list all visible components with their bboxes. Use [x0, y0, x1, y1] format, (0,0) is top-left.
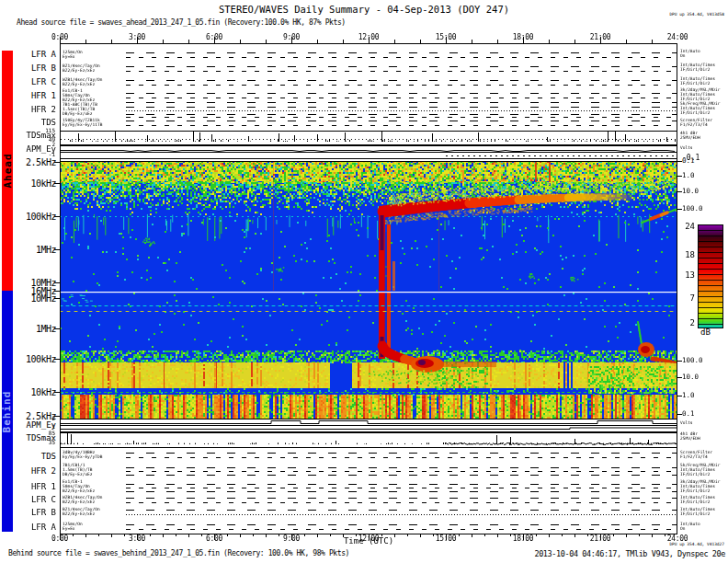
row-annotation-right: Volts — [680, 145, 693, 150]
time-label-bottom: 3:00 — [119, 535, 155, 543]
right-scale-tick — [677, 414, 682, 415]
row-annotation-left: 3dBv/4y/10BHz Ey/Ey/Ex-Ey/yTDB — [63, 450, 102, 459]
right-scale-label-behind: 1.0 — [682, 392, 695, 399]
row-annotation-left: BZ1/4sec/Tay/On BZ2/Ey-Ez/xEz — [63, 63, 100, 73]
row-annotation-left: BZ1/4sec/Tay/On BZ2/Ey-Ez/xEz — [63, 507, 100, 516]
row-label-hfr-2-b: HFR 2 — [0, 467, 56, 476]
freq-tick — [54, 216, 60, 217]
colorbar-unit-label: dB — [700, 328, 711, 337]
row-annotation-left: WZB1/4sec/Tay/On BZ2/Ey-Ez/xEz — [63, 495, 102, 504]
right-scale-label-ahead: 10.0 — [682, 188, 699, 195]
time-label-top: 3:00 — [119, 34, 155, 41]
time-label-top: 0:00 — [41, 34, 78, 41]
row-annotation-right: Int/Auto On — [680, 49, 700, 58]
row-annotation-right: Int/Auto/Times IF/Dir1/Dir2 — [680, 76, 715, 86]
freq-tick — [54, 249, 60, 250]
row-label-tds-b: TDS — [0, 453, 56, 461]
generation-status: 2013-10-04 04:46:17, TMlib V943, Dynspec… — [418, 550, 725, 558]
freq-label: 100kHz — [0, 355, 56, 364]
time-label-top: 15:00 — [427, 34, 464, 41]
right-scale-tick — [677, 361, 682, 362]
apm-tick: -1 — [40, 152, 55, 157]
behind-source-file: Behind source file = swaves_behind_2013_… — [8, 550, 349, 557]
ahead-source-file: Ahead source file = swaves_ahead_2013_24… — [17, 19, 346, 27]
freq-tick — [54, 359, 60, 360]
row-annotation-left: Ex1/CB-1 50ms/Tay/On BZ2/Ey-Ez/xEz — [63, 479, 95, 494]
time-label-bottom: 21:00 — [582, 535, 619, 543]
right-scale-tick — [677, 377, 682, 378]
time-label-top: 18:00 — [505, 34, 541, 41]
row-label-lfr-c-b: LFR C — [0, 496, 56, 504]
freq-tick — [54, 298, 60, 299]
tdsmax-tick: 35 — [40, 440, 55, 445]
apm-tick: 2 — [40, 142, 55, 147]
row-annotation-left: 7B1-ABC(TB)/TB 1.5sec(TB)/TB DB/Ey-Ez/xE… — [63, 102, 97, 117]
right-scale-label-behind: 10.0 — [682, 373, 699, 381]
freq-tick — [54, 282, 60, 283]
freq-label: 1MHz — [0, 325, 56, 334]
right-scale-tick — [677, 396, 682, 396]
right-scale-label-ahead: 100.0 — [682, 205, 703, 213]
freq-tick — [54, 183, 60, 184]
colorbar-tick-label: 7 — [675, 294, 695, 303]
time-label-bottom: 0:00 — [41, 535, 78, 543]
colorbar-tick-label: 13 — [675, 271, 695, 280]
row-annotation-right: 5k/Freq/MSL/MDir Int/Auto/Times IF/Dir1/… — [680, 101, 720, 116]
row-label-lfr-c: LFR C — [0, 78, 56, 86]
time-label-bottom: 6:00 — [196, 535, 233, 543]
row-label-hfr-1-b: HFR 1 — [0, 483, 56, 491]
row-annotation-left: WZB1/4sec/Tay/On BZ2/Ey-Ez/xEz — [63, 77, 102, 86]
colorbar-tick-label: 2 — [675, 319, 695, 327]
time-label-bottom: 15:00 — [427, 535, 464, 543]
row-annotation-right: Int/Auto/Times IF/Dir1/Dir2 — [680, 63, 715, 72]
freq-label: 10kHz — [0, 179, 56, 189]
tdsmax-tick: 115 — [40, 128, 55, 133]
row-annotation-right: Int/Auto On — [680, 522, 700, 531]
colorbar-tick-label: 24 — [675, 223, 695, 231]
tdsmax-tick: 85 — [40, 431, 55, 436]
row-annotation-left: 125ms/On Ey=Ex — [63, 50, 83, 59]
freq-label: 100kHz — [0, 213, 56, 222]
row-label-lfr-b: LFR B — [0, 64, 56, 73]
colorbar — [698, 224, 723, 328]
right-scale-tick — [677, 176, 682, 177]
row-annotation-right: 5k/Freq/MSL/MDir Int/Auto/Times IF/Dir1/… — [680, 463, 720, 477]
freq-label: 10MHz — [0, 294, 56, 304]
row-annotation-right: Screen/Filter F1/F2/T3/T4 — [680, 450, 712, 459]
dpu-status-top: DPU up 354.4d, V413d58 — [544, 13, 724, 17]
row-label-lfr-a-b: LFR A — [0, 523, 56, 532]
row-annotation-right: 3k/2day/MSL/MDir Int/Auto/Times IF/Dir1/… — [680, 87, 720, 102]
row-annotation-right: 4h1 dBr 25MV/EDH — [680, 131, 700, 140]
time-axis-title: Time (UTC) — [332, 537, 405, 546]
row-annotation-right: Int/Auto/Times IF/Dir1/Dir2 — [680, 507, 715, 516]
colorbar-tick-label: 18 — [675, 251, 695, 259]
row-annotation-right: Volts — [680, 420, 693, 425]
time-label-top: 6:00 — [196, 34, 233, 41]
freq-tick — [54, 328, 60, 329]
freq-tick — [54, 291, 60, 292]
right-scale-label-ahead: 1.0 — [682, 172, 695, 179]
time-label-top: 24:00 — [659, 34, 696, 41]
right-scale-tick — [677, 209, 682, 210]
time-label-bottom: 24:00 — [659, 535, 696, 543]
freq-label: 2.5kHz — [0, 158, 56, 167]
row-annotation-right: Screen/Filter F1/F2/T3/T4 — [680, 118, 712, 127]
row-label-lfr-a: LFR A — [0, 51, 56, 59]
row-annotation-left: 150Ey/4y/TZB11k Ey/Ey/Ex-Ey/11TB — [63, 118, 102, 127]
time-label-top: 21:00 — [582, 34, 619, 41]
row-label-hfr-2: HFR 2 — [0, 106, 56, 114]
apm-right-tick: -0.1 — [682, 155, 700, 162]
right-scale-label-behind: 100.0 — [682, 357, 703, 364]
time-label-top: 9:00 — [273, 34, 310, 41]
row-label-hfr-1: HFR 1 — [0, 92, 56, 100]
spectrogram-canvas — [60, 35, 677, 545]
row-annotation-right: 4h1 dBr 25MV/EDH — [680, 431, 700, 441]
row-annotation-left: Ex1/CB-1 50ms/Tay/On BZ2/Ey-Ez/xEz — [63, 88, 95, 103]
row-label-lfr-b-b: LFR B — [0, 509, 56, 517]
row-annotation-left: 7B1/CB1/1 1.5ms(TB)/TB DB/Ey-Ez/xEz — [63, 463, 93, 477]
time-label-top: 12:00 — [350, 34, 387, 41]
right-scale-tick — [677, 191, 682, 192]
time-label-bottom: 9:00 — [273, 535, 310, 543]
freq-tick — [54, 392, 60, 393]
time-label-bottom: 18:00 — [505, 535, 541, 543]
